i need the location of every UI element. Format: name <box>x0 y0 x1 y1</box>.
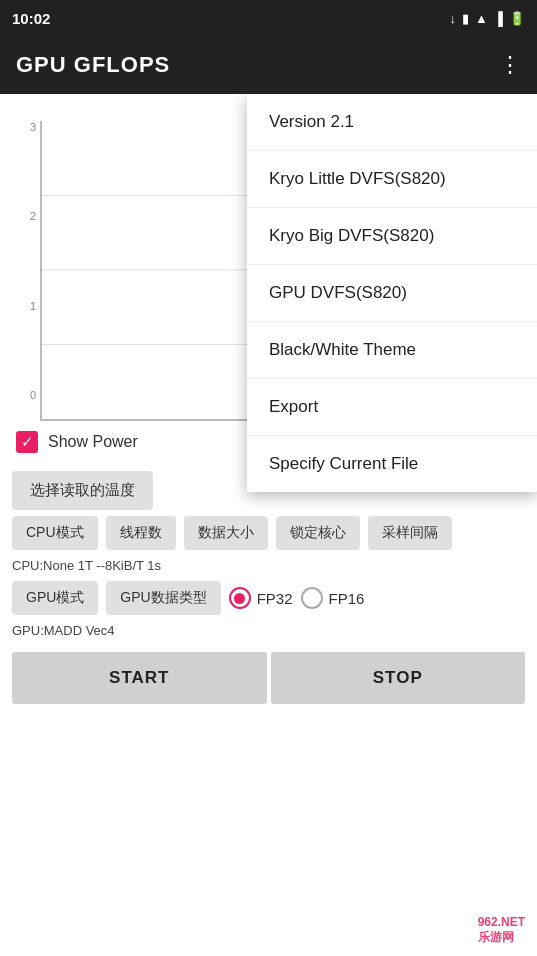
dropdown-overlay[interactable]: Version 2.1Kryo Little DVFS(S820)Kryo Bi… <box>0 94 537 956</box>
dropdown-item-export[interactable]: Export <box>247 379 537 436</box>
signal-icon: ▐ <box>494 11 503 26</box>
dropdown-item-version[interactable]: Version 2.1 <box>247 94 537 151</box>
dropdown-item-gpu-dvfs[interactable]: GPU DVFS(S820) <box>247 265 537 322</box>
menu-icon[interactable]: ⋮ <box>499 52 521 78</box>
download-icon: ↓ <box>449 11 456 26</box>
dropdown-item-specify-current-file[interactable]: Specify Current File <box>247 436 537 492</box>
status-icons: ↓ ▮ ▲ ▐ 🔋 <box>449 11 525 26</box>
dropdown-item-kryo-little[interactable]: Kryo Little DVFS(S820) <box>247 151 537 208</box>
main-content: Xiao 3 2 1 0 ✓ Show Power <box>0 94 537 956</box>
wifi-icon: ▲ <box>475 11 488 26</box>
sim-icon: ▮ <box>462 11 469 26</box>
toolbar: GPU GFLOPS ⋮ <box>0 36 537 94</box>
dropdown-menu: Version 2.1Kryo Little DVFS(S820)Kryo Bi… <box>247 94 537 492</box>
status-time: 10:02 <box>12 10 50 27</box>
dropdown-item-kryo-big[interactable]: Kryo Big DVFS(S820) <box>247 208 537 265</box>
status-bar: 10:02 ↓ ▮ ▲ ▐ 🔋 <box>0 0 537 36</box>
dropdown-item-black-white-theme[interactable]: Black/White Theme <box>247 322 537 379</box>
app-title: GPU GFLOPS <box>16 52 170 78</box>
battery-icon: 🔋 <box>509 11 525 26</box>
